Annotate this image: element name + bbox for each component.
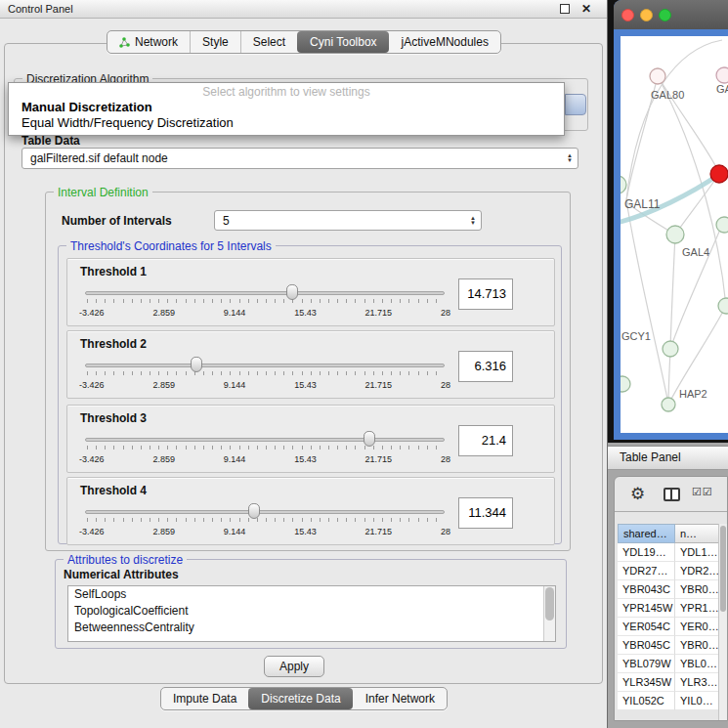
column-header-shared-name[interactable]: shared… bbox=[618, 524, 675, 543]
network-node-selected[interactable] bbox=[710, 165, 728, 183]
list-item[interactable]: SelfLoops bbox=[68, 586, 555, 603]
network-window-titlebar bbox=[614, 0, 728, 29]
table-cell[interactable]: YDR2… bbox=[675, 562, 720, 580]
slider-thumb[interactable] bbox=[248, 503, 260, 519]
network-node[interactable] bbox=[663, 341, 678, 357]
tab-infer-network[interactable]: Infer Network bbox=[353, 688, 447, 709]
tab-select[interactable]: Select bbox=[240, 31, 297, 53]
threshold-label: Threshold 2 bbox=[80, 337, 147, 351]
threshold-slider[interactable] bbox=[85, 282, 445, 306]
number-of-intervals-select[interactable]: 5 ▲▼ bbox=[214, 210, 482, 231]
threshold-value-field[interactable]: 6.316 bbox=[458, 351, 513, 382]
dropdown-option-manual-discretization[interactable]: Manual Discretization bbox=[9, 100, 564, 115]
table-cell[interactable]: YIL0… bbox=[675, 692, 720, 710]
algorithm-combo-fragment[interactable] bbox=[565, 94, 586, 115]
table-scrollbar[interactable] bbox=[718, 524, 727, 720]
threshold-value-field[interactable]: 21.4 bbox=[458, 425, 513, 456]
table-cell[interactable]: YBR0… bbox=[675, 636, 720, 655]
table-row[interactable]: YBR045CYBR0… bbox=[618, 636, 720, 655]
table-row[interactable]: YPR145WYPR1… bbox=[618, 599, 720, 618]
table-cell[interactable]: YBR045C bbox=[618, 636, 675, 655]
threshold-value-field[interactable]: 11.344 bbox=[458, 497, 513, 529]
list-item[interactable]: BetweennessCentrality bbox=[68, 620, 555, 636]
float-window-icon[interactable] bbox=[560, 4, 570, 14]
slider-thumb[interactable] bbox=[286, 284, 298, 300]
list-item[interactable]: TopologicalCoefficient bbox=[68, 603, 555, 620]
network-canvas[interactable]: GAL80 GA GAL11 GAL4 GCY1 HAP2 bbox=[621, 36, 728, 433]
table-row[interactable]: YIL052CYIL0… bbox=[618, 692, 720, 710]
network-node[interactable] bbox=[650, 68, 665, 84]
threshold-label: Threshold 1 bbox=[80, 265, 147, 278]
network-graph: GAL80 GA GAL11 GAL4 GCY1 HAP2 bbox=[621, 36, 728, 433]
network-node[interactable] bbox=[621, 376, 630, 392]
table-cell[interactable]: YDL1… bbox=[675, 543, 720, 562]
table-data-select[interactable]: galFiltered.sif default node ▲▼ bbox=[21, 148, 578, 169]
tab-style[interactable]: Style bbox=[190, 31, 240, 53]
tab-label: Style bbox=[202, 35, 229, 49]
table-cell[interactable]: YDR27… bbox=[618, 562, 675, 580]
table-cell[interactable]: YBR0… bbox=[675, 580, 720, 599]
slider-track[interactable] bbox=[85, 510, 445, 514]
tab-network[interactable]: Network bbox=[107, 31, 190, 53]
dropdown-option-equal-width-frequency[interactable]: Equal Width/Frequency Discretization bbox=[9, 115, 564, 131]
scale-label: 9.144 bbox=[224, 527, 246, 536]
table-cell[interactable]: YER054C bbox=[618, 618, 675, 636]
threshold-slider[interactable] bbox=[85, 501, 445, 525]
scrollbar-thumb[interactable] bbox=[545, 587, 554, 621]
apply-button[interactable]: Apply bbox=[264, 656, 324, 677]
scale-label: 28 bbox=[441, 308, 450, 318]
table-cell[interactable]: YIL052C bbox=[618, 692, 675, 710]
network-node[interactable] bbox=[718, 298, 728, 314]
scale-label: 2.859 bbox=[152, 527, 175, 536]
table-cell[interactable]: YLR3… bbox=[675, 673, 720, 692]
table-cell[interactable]: YLR345W bbox=[618, 673, 675, 692]
tab-impute-data[interactable]: Impute Data bbox=[161, 688, 248, 709]
table-row[interactable]: YER054CYER0… bbox=[618, 618, 720, 636]
network-node[interactable] bbox=[716, 67, 728, 83]
tab-cyni-toolbox[interactable]: Cyni Toolbox bbox=[297, 31, 388, 53]
slider-track[interactable] bbox=[85, 291, 445, 295]
tab-discretize-data[interactable]: Discretize Data bbox=[248, 688, 352, 709]
threshold-slider[interactable] bbox=[85, 429, 445, 452]
table-row[interactable]: YBR043CYBR0… bbox=[618, 580, 720, 599]
network-node[interactable] bbox=[662, 398, 675, 411]
scrollbar-thumb[interactable] bbox=[720, 526, 726, 612]
node-label: GA bbox=[716, 83, 728, 95]
network-node[interactable] bbox=[666, 226, 684, 243]
slider-thumb[interactable] bbox=[364, 431, 375, 447]
minimize-button[interactable] bbox=[640, 9, 653, 21]
table-header-row: shared… n… bbox=[618, 524, 720, 543]
close-icon[interactable]: ✕ bbox=[581, 2, 591, 16]
gear-icon[interactable]: ⚙ bbox=[630, 484, 645, 504]
number-of-intervals-value: 5 bbox=[223, 214, 230, 228]
table-row[interactable]: YLR345WYLR3… bbox=[618, 673, 720, 692]
table-cell[interactable]: YBL079W bbox=[618, 655, 675, 673]
list-scrollbar[interactable] bbox=[543, 586, 555, 641]
close-button[interactable] bbox=[621, 9, 634, 21]
threshold-slider[interactable] bbox=[85, 355, 445, 378]
table-cell[interactable]: YPR1… bbox=[675, 599, 720, 618]
table-cell[interactable]: YER0… bbox=[675, 618, 720, 636]
slider-track[interactable] bbox=[85, 364, 445, 367]
network-node[interactable] bbox=[716, 217, 728, 233]
table-row[interactable]: YDR27…YDR2… bbox=[618, 562, 720, 580]
table-cell[interactable]: YDL19… bbox=[618, 543, 675, 562]
table-row[interactable]: YBL079WYBL0… bbox=[618, 655, 720, 673]
threshold-value-field[interactable]: 14.713 bbox=[458, 278, 513, 310]
scale-label: 15.43 bbox=[294, 308, 317, 318]
table-cell[interactable]: YPR145W bbox=[618, 599, 675, 618]
zoom-button[interactable] bbox=[659, 9, 671, 21]
slider-scale: -3.4262.8599.14415.4321.71528 bbox=[79, 527, 450, 536]
checkboxes-icon[interactable]: ☑☑ bbox=[692, 486, 713, 498]
column-header-name[interactable]: n… bbox=[675, 524, 720, 543]
table-cell[interactable]: YBR043C bbox=[618, 580, 675, 599]
tab-jactivemnodules[interactable]: jActiveMNodules bbox=[389, 31, 500, 53]
slider-track[interactable] bbox=[85, 438, 445, 442]
scale-label: 28 bbox=[441, 527, 450, 536]
table-cell[interactable]: YBL0… bbox=[675, 655, 720, 673]
slider-thumb[interactable] bbox=[191, 357, 202, 372]
network-node[interactable] bbox=[621, 176, 626, 193]
columns-icon[interactable] bbox=[664, 488, 680, 501]
table-row[interactable]: YDL19…YDL1… bbox=[618, 543, 720, 562]
network-view-window: GAL80 GA GAL11 GAL4 GCY1 HAP2 bbox=[614, 0, 728, 440]
